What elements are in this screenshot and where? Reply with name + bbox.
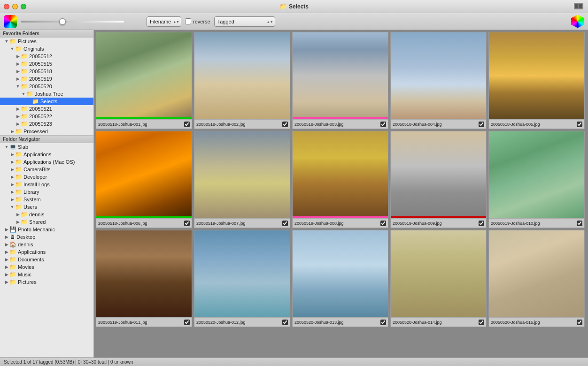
photo-filename: 20050518-Joshua-002.jpg bbox=[196, 122, 282, 127]
tree-item-camerabits[interactable]: ▶ 📁 CameraBits bbox=[0, 166, 93, 173]
tree-item-install-logs[interactable]: ▶ 📁 Install Logs bbox=[0, 181, 93, 188]
tree-item-applications[interactable]: ▶ 📁 Applications bbox=[0, 151, 93, 158]
folder-navigator-section: Folder Navigator ▼ 💻 Slab ▶ 📁 Applicatio… bbox=[0, 136, 93, 358]
tree-item-selects[interactable]: 📁 Selects bbox=[0, 98, 93, 105]
tree-item-developer[interactable]: ▶ 📁 Developer bbox=[0, 173, 93, 181]
photo-image-wrapper bbox=[293, 230, 388, 317]
photo-checkbox[interactable] bbox=[282, 221, 288, 226]
tree-item-20050520[interactable]: ▼ 📁 20050520 bbox=[0, 83, 93, 90]
tree-item-pictures[interactable]: ▼ 📁 Pictures bbox=[0, 38, 93, 45]
photo-placeholder bbox=[293, 230, 388, 317]
photo-image-wrapper bbox=[194, 131, 290, 218]
minimize-button[interactable] bbox=[12, 4, 18, 9]
photo-footer: 20050518-Joshua-002.jpg bbox=[194, 119, 290, 129]
photo-cell[interactable]: 20050518-Joshua-005.jpg bbox=[488, 32, 585, 129]
photo-cell[interactable]: 20050519-Joshua-011.jpg bbox=[96, 230, 192, 327]
tree-item-desktop[interactable]: ▶ 🖥 Desktop bbox=[0, 233, 93, 241]
tree-item-processed[interactable]: ▶ 📁 Processed bbox=[0, 128, 93, 135]
photo-checkbox[interactable] bbox=[184, 320, 190, 325]
photo-checkbox[interactable] bbox=[184, 122, 190, 127]
photo-image-wrapper bbox=[96, 230, 192, 317]
photo-footer: 20050520-Joshua-013.jpg bbox=[293, 317, 388, 327]
title-bar: 📁 Selects bbox=[0, 0, 588, 13]
photo-footer: 20050520-Joshua-015.jpg bbox=[489, 317, 584, 327]
svg-rect-2 bbox=[579, 4, 582, 8]
tree-item-movies[interactable]: ▶ 📁 Movies bbox=[0, 263, 93, 271]
tree-item-music[interactable]: ▶ 📁 Music bbox=[0, 271, 93, 278]
photo-checkbox[interactable] bbox=[577, 122, 582, 127]
photo-placeholder bbox=[96, 131, 192, 218]
tree-item-20050515[interactable]: ▶ 📁 20050515 bbox=[0, 60, 93, 68]
photo-footer: 20050518-Joshua-006.jpg bbox=[96, 218, 192, 228]
photo-checkbox[interactable] bbox=[479, 122, 484, 127]
tree-item-dennis-home[interactable]: ▶ 🏠 dennis bbox=[0, 241, 93, 248]
photo-checkbox[interactable] bbox=[577, 221, 582, 226]
photo-checkbox[interactable] bbox=[380, 122, 386, 127]
photo-checkbox[interactable] bbox=[380, 221, 386, 226]
tree-item-20050518[interactable]: ▶ 📁 20050518 bbox=[0, 68, 93, 75]
photo-cell[interactable]: 20050518-Joshua-003.jpg bbox=[292, 32, 388, 129]
photo-cell[interactable]: 20050520-Joshua-015.jpg bbox=[488, 230, 585, 327]
maximize-button[interactable] bbox=[21, 4, 26, 9]
tree-item-dennis[interactable]: ▶ 📁 dennis bbox=[0, 211, 93, 218]
tree-item-applications-macos[interactable]: ▶ 📁 Applications (Mac OS) bbox=[0, 158, 93, 166]
photo-filename: 20050518-Joshua-004.jpg bbox=[393, 122, 479, 127]
photo-cell[interactable]: 20050518-Joshua-002.jpg bbox=[194, 32, 290, 129]
tree-item-system[interactable]: ▶ 📁 System bbox=[0, 196, 93, 203]
photo-cell[interactable]: 20050519-Joshua-007.jpg bbox=[194, 131, 290, 228]
photo-cell[interactable]: 20050519-Joshua-010.jpg bbox=[488, 131, 585, 228]
app-icon bbox=[4, 15, 17, 28]
photo-checkbox[interactable] bbox=[282, 122, 288, 127]
tree-item-20050521[interactable]: ▶ 📁 20050521 bbox=[0, 105, 93, 113]
tree-item-20050519[interactable]: ▶ 📁 20050519 bbox=[0, 75, 93, 83]
tree-item-20050523[interactable]: ▶ 📁 20050523 bbox=[0, 120, 93, 128]
zoom-slider[interactable] bbox=[21, 21, 124, 23]
zoom-slider-container bbox=[21, 21, 143, 23]
close-button[interactable] bbox=[4, 4, 9, 9]
sidebar: Favorite Folders ▼ 📁 Pictures ▼ 📁 Origin… bbox=[0, 30, 94, 358]
photo-cell[interactable]: 20050518-Joshua-004.jpg bbox=[390, 32, 487, 129]
tree-item-slab[interactable]: ▼ 💻 Slab bbox=[0, 143, 93, 151]
tree-item-shared[interactable]: ▶ 📁 Shared bbox=[0, 218, 93, 226]
photo-checkbox[interactable] bbox=[479, 221, 484, 226]
sort-select-wrapper: Filename bbox=[147, 16, 181, 27]
photo-filename: 20050518-Joshua-003.jpg bbox=[294, 122, 380, 127]
photo-image-wrapper bbox=[391, 32, 486, 119]
photo-cell[interactable]: 20050520-Joshua-012.jpg bbox=[194, 230, 290, 327]
tree-item-photo-mechanic[interactable]: ▶ 💾 Photo Mechanic bbox=[0, 226, 93, 233]
photo-checkbox[interactable] bbox=[577, 320, 582, 325]
photo-cell[interactable]: 20050519-Joshua-008.jpg bbox=[292, 131, 388, 228]
photo-filename: 20050519-Joshua-008.jpg bbox=[294, 221, 380, 226]
color-picker-icon[interactable] bbox=[571, 15, 584, 28]
photo-filename: 20050520-Joshua-015.jpg bbox=[491, 320, 577, 325]
tree-item-users[interactable]: ▼ 📁 Users bbox=[0, 203, 93, 211]
photo-filename: 20050519-Joshua-009.jpg bbox=[393, 221, 479, 226]
tree-item-originals[interactable]: ▼ 📁 Originals bbox=[0, 45, 93, 53]
sort-select[interactable]: Filename bbox=[147, 16, 181, 27]
filter-select[interactable]: Tagged bbox=[214, 16, 275, 27]
photo-placeholder bbox=[194, 32, 290, 119]
reverse-checkbox[interactable] bbox=[185, 18, 191, 24]
photo-image-wrapper bbox=[96, 131, 192, 218]
tree-item-20050512[interactable]: ▶ 📁 20050512 bbox=[0, 53, 93, 60]
photo-cell[interactable]: 20050520-Joshua-014.jpg bbox=[390, 230, 487, 327]
photo-cell[interactable]: 20050518-Joshua-001.jpg bbox=[96, 32, 192, 129]
photo-cell[interactable]: 20050519-Joshua-009.jpg bbox=[390, 131, 487, 228]
photo-cell[interactable]: 20050518-Joshua-006.jpg bbox=[96, 131, 192, 228]
photo-image-wrapper bbox=[489, 230, 584, 317]
photo-checkbox[interactable] bbox=[479, 320, 484, 325]
tree-item-applications-root[interactable]: ▶ 📁 Applications bbox=[0, 248, 93, 256]
tree-item-documents[interactable]: ▶ 📁 Documents bbox=[0, 256, 93, 263]
photo-footer: 20050518-Joshua-001.jpg bbox=[96, 119, 192, 129]
photo-checkbox[interactable] bbox=[184, 221, 190, 226]
photo-checkbox[interactable] bbox=[282, 320, 288, 325]
photo-placeholder bbox=[489, 230, 584, 317]
photo-checkbox[interactable] bbox=[380, 320, 386, 325]
tree-item-joshuatree[interactable]: ▼ 📁 Joshua Tree bbox=[0, 90, 93, 98]
tree-item-20050522[interactable]: ▶ 📁 20050522 bbox=[0, 113, 93, 120]
photo-placeholder bbox=[96, 32, 192, 119]
photo-cell[interactable]: 20050520-Joshua-013.jpg bbox=[292, 230, 388, 327]
color-tag-bar bbox=[293, 216, 388, 218]
tree-item-pictures-root[interactable]: ▶ 📁 Pictures bbox=[0, 278, 93, 286]
tree-item-library[interactable]: ▶ 📁 Library bbox=[0, 188, 93, 196]
